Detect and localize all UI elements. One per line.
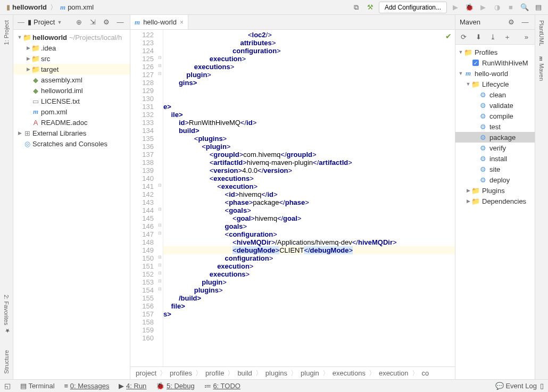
settings-icon[interactable]: ⚙ xyxy=(101,17,112,28)
status-indicator-icon[interactable]: ▯ xyxy=(540,382,544,390)
maven-row[interactable]: ⚙verify xyxy=(455,143,535,153)
bc-item[interactable]: build xyxy=(237,369,252,377)
status-terminal[interactable]: ▤ Terminal xyxy=(20,382,55,390)
run-icon[interactable]: ▶ xyxy=(450,2,461,13)
bc-item[interactable]: plugins xyxy=(265,369,287,377)
event-log[interactable]: 💬 Event Log xyxy=(495,382,537,390)
expand-icon[interactable]: ▼ xyxy=(465,81,471,87)
bc-item[interactable]: profile xyxy=(205,369,224,377)
corner-icon[interactable]: ◱ xyxy=(4,382,11,390)
maven-tree[interactable]: ▼📁Profiles✓RunWithHiveM▼mhello-world▼📁Li… xyxy=(455,45,535,379)
tree-row[interactable]: ▶📁target xyxy=(13,64,130,74)
collapse-icon[interactable]: — xyxy=(18,18,24,26)
download-icon[interactable]: ⤓ xyxy=(488,32,498,43)
project-view-selector[interactable]: ▮ Project ▼ xyxy=(28,18,62,26)
generate-sources-icon[interactable]: ⬇ xyxy=(473,32,483,43)
expand-all-icon[interactable]: ⇲ xyxy=(87,17,98,28)
bc-item[interactable]: co xyxy=(422,369,429,377)
tree-row[interactable]: mpom.xml xyxy=(13,106,130,117)
tree-row[interactable]: ◆helloworld.iml xyxy=(13,85,130,96)
row-icon: ⚙ xyxy=(479,144,487,152)
search-icon[interactable]: 🔍 xyxy=(519,2,530,13)
tree-row[interactable]: ▶📁.idea xyxy=(13,43,130,53)
hammer-build-icon[interactable]: ⚒ xyxy=(365,2,376,13)
expand-icon[interactable]: ▼ xyxy=(16,35,23,40)
maven-row[interactable]: ⚙clean xyxy=(455,89,535,100)
status-messages[interactable]: ≡ 0: Messages xyxy=(64,382,110,390)
reimport-icon[interactable]: ⟳ xyxy=(459,32,469,43)
add-icon[interactable]: ＋ xyxy=(502,32,512,43)
expand-icon[interactable]: ▶ xyxy=(25,66,31,72)
editor-breadcrumb[interactable]: project〉profiles〉profile〉build〉plugins〉p… xyxy=(130,366,455,379)
bc-item[interactable]: profiles xyxy=(170,369,192,377)
settings-icon[interactable]: ⚙ xyxy=(506,17,517,28)
breadcrumb-root[interactable]: ▮ helloworld xyxy=(4,3,49,11)
maven-row[interactable]: ⚙test xyxy=(455,121,535,132)
close-icon[interactable]: × xyxy=(180,19,184,26)
maven-row[interactable]: ⚙install xyxy=(455,153,535,164)
maven-row[interactable]: ▼mhello-world xyxy=(455,68,535,79)
expand-icon[interactable]: ▶ xyxy=(25,56,31,61)
editor-tab-hello-world[interactable]: m hello-world × xyxy=(130,15,188,29)
expand-icon[interactable]: ▶ xyxy=(465,198,471,204)
expand-icon[interactable]: ▶ xyxy=(16,130,23,136)
project-tree[interactable]: ▼📁helloworld~/Projects/local/h▶📁.idea▶📁s… xyxy=(13,30,130,379)
expand-icon[interactable]: ▼ xyxy=(458,71,464,76)
inspection-ok-icon[interactable]: ✔ xyxy=(445,32,452,40)
maven-toolbar: ⟳ ⬇ ⤓ ＋ » xyxy=(455,30,535,45)
maven-row[interactable]: ▶📁Dependencies xyxy=(455,196,535,206)
layout-toggle-icon[interactable]: ▤ xyxy=(533,2,544,13)
tab-structure-tool[interactable]: Structure xyxy=(3,350,10,374)
profile-icon[interactable]: ◑ xyxy=(492,2,502,13)
tab-maven-tool[interactable]: m Maven xyxy=(538,56,545,81)
tree-row[interactable]: ▼📁helloworld~/Projects/local/h xyxy=(13,32,130,43)
status-run[interactable]: ▶ 4: Run xyxy=(119,382,146,390)
hide-panel-icon[interactable]: — xyxy=(115,17,126,28)
code-area[interactable]: <loc2/> attributes> configuration> execu… xyxy=(163,30,455,366)
maven-row[interactable]: ▶📁Plugins xyxy=(455,185,535,196)
status-todo[interactable]: ≔ 6: TODO xyxy=(204,382,240,390)
maven-row[interactable]: ⚙validate xyxy=(455,100,535,111)
folder-icon: ▮ xyxy=(6,3,10,11)
editor-tab-label: hello-world xyxy=(143,18,177,26)
expand-icon[interactable]: ▶ xyxy=(25,45,31,51)
tree-row[interactable]: ▭LICENSE.txt xyxy=(13,96,130,106)
tab-plantuml-tool[interactable]: PlantUML xyxy=(538,20,545,46)
debug-icon[interactable]: 🐞 xyxy=(464,2,475,13)
maven-row[interactable]: ⚙compile xyxy=(455,111,535,121)
tree-row[interactable]: AREADME.adoc xyxy=(13,117,130,128)
tab-favorites-tool[interactable]: ★ 2: Favorites xyxy=(3,295,10,334)
expand-icon[interactable]: ▶ xyxy=(465,188,471,193)
maven-row[interactable]: ⚙site xyxy=(455,164,535,174)
layout-icon[interactable]: ⧉ xyxy=(351,2,362,13)
maven-row[interactable]: ⚙deploy xyxy=(455,174,535,185)
row-icon: ⚙ xyxy=(479,102,487,110)
bc-item[interactable]: executions xyxy=(333,369,366,377)
row-label: Plugins xyxy=(482,187,505,195)
bc-item[interactable]: plugin xyxy=(301,369,319,377)
maven-row[interactable]: ⚙package xyxy=(455,132,535,143)
tree-row[interactable]: ◎Scratches and Consoles xyxy=(13,138,130,149)
status-debug[interactable]: 🐞 5: Debug xyxy=(156,382,194,390)
bc-item[interactable]: project xyxy=(136,369,156,377)
maven-row[interactable]: ▼📁Lifecycle xyxy=(455,79,535,89)
stop-icon[interactable]: ■ xyxy=(505,2,516,13)
more-icon[interactable]: » xyxy=(521,32,532,43)
breadcrumb-file[interactable]: m pom.xml xyxy=(58,3,96,12)
tree-row[interactable]: ▶📁src xyxy=(13,53,130,64)
run-coverage-icon[interactable]: ▶ xyxy=(478,2,488,13)
tree-row[interactable]: ◆assembly.xml xyxy=(13,74,130,85)
fold-column[interactable]: ⊟⊟⊟⊟⊟⊟⊟⊟⊟⊟⊟⊟ xyxy=(157,30,163,366)
editor-body[interactable]: ✔ 12212312412512612712812913013113213313… xyxy=(130,30,455,366)
maven-row[interactable]: ▼📁Profiles xyxy=(455,47,535,57)
bc-item[interactable]: execution xyxy=(379,369,409,377)
locate-icon[interactable]: ⊕ xyxy=(73,17,84,28)
left-tool-strip: 1: Project ★ 2: Favorites Structure xyxy=(0,15,13,379)
chevron-down-icon: ▼ xyxy=(57,20,62,25)
add-configuration-button[interactable]: Add Configuration... xyxy=(379,2,447,13)
tree-row[interactable]: ▶⊞External Libraries xyxy=(13,128,130,138)
expand-icon[interactable]: ▼ xyxy=(458,49,464,55)
maven-row[interactable]: ✓RunWithHiveM xyxy=(455,57,535,68)
hide-panel-icon[interactable]: — xyxy=(520,17,530,28)
tab-project-tool[interactable]: 1: Project xyxy=(3,20,10,45)
